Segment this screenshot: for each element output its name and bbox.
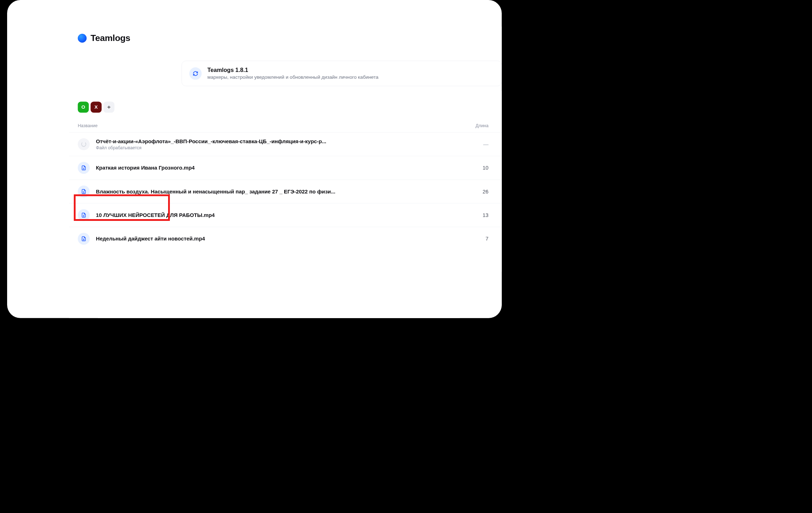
update-banner[interactable]: Teamlogs 1.8.1 маркеры, настройки уведом… xyxy=(182,61,502,86)
brand-logo-icon xyxy=(78,34,87,43)
file-title: 10 ЛУЧШИХ НЕЙРОСЕТЕЙ ДЛЯ РАБОТЫ.mp4 xyxy=(96,212,456,218)
banner-title: Teamlogs 1.8.1 xyxy=(207,67,378,73)
chip-x[interactable]: Х xyxy=(90,102,102,113)
file-icon xyxy=(78,233,89,244)
chip-add[interactable]: + xyxy=(103,102,114,113)
list-item[interactable]: Влажность воздуха. Насыщенный и ненасыще… xyxy=(69,180,502,203)
file-icon xyxy=(78,209,89,221)
file-title: Отчёт-и-акции-«Аэрофлота»_-ВВП-России_-к… xyxy=(96,138,456,144)
column-length: Длина xyxy=(462,123,488,128)
brand: Teamlogs xyxy=(69,26,502,52)
file-icon xyxy=(78,162,89,173)
loading-icon xyxy=(78,138,89,150)
app-window: Teamlogs Teamlogs 1.8.1 маркеры, настрой… xyxy=(7,0,502,318)
file-title: Краткая история Ивана Грозного.mp4 xyxy=(96,165,456,171)
file-length: — xyxy=(462,141,488,147)
banner-subtitle: маркеры, настройки уведомлений и обновле… xyxy=(207,74,378,80)
file-length: 13 xyxy=(462,212,488,218)
column-name: Название xyxy=(78,123,462,128)
file-icon xyxy=(78,186,89,197)
file-length: 7 xyxy=(462,236,488,242)
file-length: 26 xyxy=(462,188,488,195)
table-header: Название Длина xyxy=(69,119,502,133)
file-list: Отчёт-и-акции-«Аэрофлота»_-ВВП-России_-к… xyxy=(69,132,502,250)
banner-texts: Teamlogs 1.8.1 маркеры, настройки уведом… xyxy=(207,67,378,80)
file-title: Недельный дайджест айти новостей.mp4 xyxy=(96,236,456,242)
file-length: 10 xyxy=(462,165,488,171)
list-item[interactable]: Недельный дайджест айти новостей.mp4 7 xyxy=(69,227,502,250)
list-item[interactable]: Отчёт-и-акции-«Аэрофлота»_-ВВП-России_-к… xyxy=(69,132,502,156)
brand-name: Teamlogs xyxy=(90,33,130,43)
list-item[interactable]: Краткая история Ивана Грозного.mp4 10 xyxy=(69,156,502,180)
app-content: Teamlogs Teamlogs 1.8.1 маркеры, настрой… xyxy=(69,26,502,318)
file-title: Влажность воздуха. Насыщенный и ненасыще… xyxy=(96,188,456,195)
chip-o[interactable]: О xyxy=(78,102,89,113)
filter-chips: О Х + xyxy=(69,102,502,119)
refresh-icon xyxy=(189,67,202,80)
file-status: Файл обрабатывается xyxy=(96,145,456,150)
list-item[interactable]: 10 ЛУЧШИХ НЕЙРОСЕТЕЙ ДЛЯ РАБОТЫ.mp4 13 xyxy=(69,203,502,227)
